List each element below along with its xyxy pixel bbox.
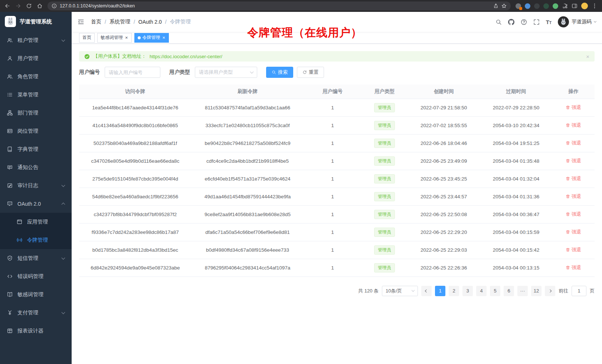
trash-icon [566, 248, 570, 252]
browser-profile-avatar[interactable] [581, 3, 588, 9]
sidebar-item-menu[interactable]: 菜单管理 [0, 86, 72, 104]
cell-refresh-token: 8796295f04064c2983414cc54af1097a [192, 259, 304, 277]
page-button-4[interactable]: 4 [476, 286, 487, 296]
extension-icon-dark[interactable] [534, 3, 540, 9]
sidebar-item-label: 用户管理 [17, 55, 38, 62]
address-bar[interactable]: 127.0.0.1:1024/system/oauth2/token [48, 1, 511, 10]
force-logout-button[interactable]: 强退 [566, 140, 581, 146]
extension-icon-badged[interactable] [516, 3, 521, 9]
force-logout-label: 强退 [572, 140, 581, 146]
forward-icon[interactable] [15, 3, 21, 9]
force-logout-button[interactable]: 强退 [566, 211, 581, 218]
force-logout-button[interactable]: 强退 [566, 229, 581, 235]
cell-user-type: 管理员 [361, 188, 408, 205]
prev-page-button[interactable] [421, 286, 432, 296]
github-icon[interactable] [508, 19, 514, 25]
docs-question-icon[interactable] [521, 19, 527, 25]
extension-icon-green[interactable] [553, 3, 558, 9]
page-button-5[interactable]: 5 [490, 286, 500, 296]
page-button-2[interactable]: 2 [449, 286, 459, 296]
page-button-12[interactable]: 12 [531, 286, 542, 296]
side-panel-icon[interactable] [572, 3, 578, 9]
page-button-6[interactable]: 6 [504, 286, 514, 296]
next-page-button[interactable] [545, 286, 555, 296]
force-logout-button[interactable]: 强退 [566, 122, 581, 129]
col-access-token: 访问令牌 [79, 85, 192, 99]
sidebar-item-label: 菜单管理 [17, 92, 38, 98]
sidebar-item-user[interactable]: 用户管理 [0, 49, 72, 67]
page-size-select[interactable]: 10条/页 [382, 286, 418, 296]
tab-sensitive-word[interactable]: 敏感词管理 × [97, 33, 132, 43]
force-logout-button[interactable]: 强退 [566, 246, 581, 253]
sidebar-item-error-code[interactable]: 错误码管理 [0, 267, 72, 285]
user-id-input[interactable] [105, 67, 160, 78]
sidebar-item-oauth[interactable]: OAuth 2.0 [0, 195, 72, 213]
app-title: 芋道管理系统 [20, 18, 52, 25]
site-info-icon[interactable] [52, 3, 57, 9]
sidebar-item-notice[interactable]: 通知公告 [0, 158, 72, 176]
force-logout-button[interactable]: 强退 [566, 264, 581, 271]
bookmark-star-icon[interactable] [501, 3, 507, 9]
sidebar-item-department[interactable]: 部门管理 [0, 104, 72, 122]
breadcrumb-item[interactable]: 首页 [91, 19, 101, 25]
cell-user-id: 1 [304, 170, 361, 188]
fullscreen-icon[interactable] [533, 19, 540, 25]
table-row: 54d6be82ee5a460a9aedc1f9bf223656 49d1aa4… [79, 188, 595, 205]
home-icon[interactable] [37, 3, 43, 9]
alert-close-icon[interactable]: × [586, 53, 589, 60]
doc-link[interactable]: https://doc.iocoder.cn/user-center/ [150, 54, 222, 59]
search-button[interactable]: 搜索 [266, 67, 293, 78]
force-logout-button[interactable]: 强退 [566, 158, 581, 164]
sidebar-item-app-management[interactable]: 应用管理 [0, 213, 72, 231]
sidebar-item-dictionary[interactable]: 字典管理 [0, 140, 72, 158]
main-area: 首页 / 系统管理 / OAuth 2.0 / 令牌管理 TT 芋道源码 [72, 12, 602, 364]
tab-token-management[interactable]: 令牌管理 × [134, 33, 169, 43]
font-size-icon[interactable]: TT [546, 19, 552, 25]
sidebar-item-sms[interactable]: 短信管理 [0, 249, 72, 267]
trash-icon [566, 230, 570, 234]
browser-menu-icon[interactable] [592, 3, 598, 9]
extension-icon-darkgreen[interactable] [543, 3, 549, 9]
sidebar-fold-icon[interactable] [78, 19, 84, 25]
breadcrumb-item[interactable]: 系统管理 [109, 19, 130, 25]
alert-label: 【用户体系】文档地址： [93, 53, 146, 60]
user-type-badge: 管理员 [374, 103, 395, 112]
force-logout-button[interactable]: 强退 [566, 175, 581, 182]
back-icon[interactable] [4, 3, 10, 9]
breadcrumb-item[interactable]: OAuth 2.0 [138, 19, 162, 25]
reset-button[interactable]: 重置 [297, 67, 324, 78]
user-type-badge: 管理员 [374, 121, 395, 130]
tab-close-icon[interactable]: × [125, 35, 128, 40]
goto-page-input[interactable] [572, 286, 586, 296]
extension-icon-blue[interactable] [525, 3, 530, 9]
search-icon[interactable] [495, 19, 502, 25]
sidebar-item-audit-log[interactable]: 审计日志 [0, 176, 72, 195]
tab-close-icon[interactable]: × [162, 35, 166, 40]
user-type-select[interactable]: 请选择用户类型 [195, 67, 257, 78]
sidebar-item-role[interactable]: 角色管理 [0, 67, 72, 86]
pages-more-button[interactable]: ··· [517, 286, 528, 296]
extensions-puzzle-icon[interactable] [562, 3, 568, 9]
tab-home[interactable]: 首页 [79, 33, 95, 43]
sidebar-item-label: 租户管理 [17, 37, 38, 44]
sidebar-item-post[interactable]: 岗位管理 [0, 122, 72, 140]
force-logout-label: 强退 [572, 175, 581, 182]
force-logout-button[interactable]: 强退 [566, 104, 581, 111]
sidebar-item-tenant[interactable]: 租户管理 [0, 31, 72, 49]
sidebar-item-payment[interactable]: 支付管理 [0, 304, 72, 322]
sidebar-item-label: 应用管理 [27, 219, 48, 225]
user-menu[interactable]: 芋道源码 [558, 16, 596, 27]
share-icon[interactable] [493, 3, 498, 9]
role-users-icon [7, 74, 13, 79]
page-button-1[interactable]: 1 [435, 286, 445, 296]
sidebar-item-sensitive-word[interactable]: 敏感词管理 [0, 285, 72, 304]
sidebar-item-token-management[interactable]: 令牌管理 [0, 231, 72, 249]
force-logout-button[interactable]: 强退 [566, 193, 581, 200]
breadcrumb-separator: / [134, 19, 135, 25]
cell-created-time: 2022-06-25 23:49:09 [408, 152, 480, 170]
app-logo[interactable]: 芋道管理系统 [0, 12, 72, 31]
page-button-3[interactable]: 3 [462, 286, 473, 296]
cell-actions: 强退 [552, 223, 595, 241]
reload-icon[interactable] [26, 3, 32, 9]
sidebar-item-report-designer[interactable]: 报表设计器 [0, 322, 72, 340]
